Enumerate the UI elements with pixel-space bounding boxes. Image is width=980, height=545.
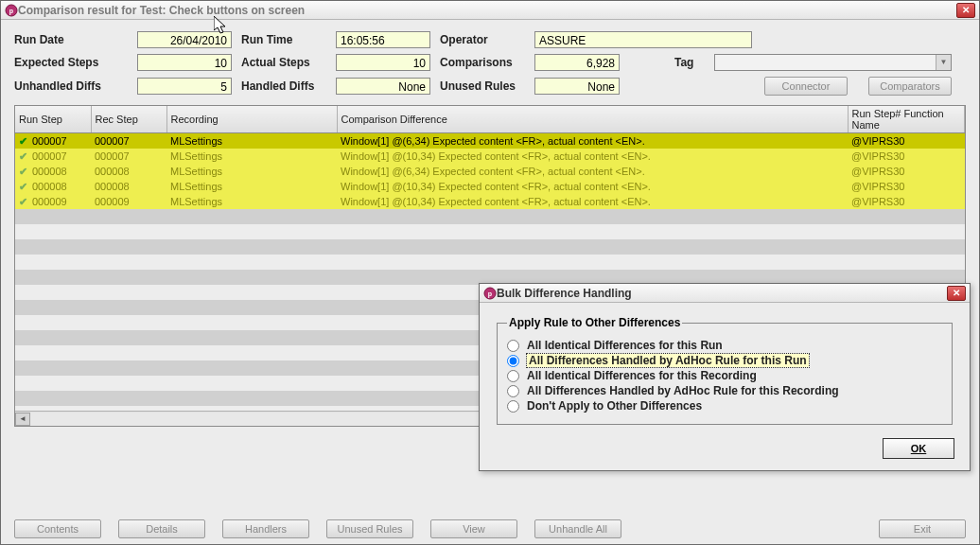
radio-label: All Differences Handled by AdHoc Rule fo…	[527, 354, 809, 367]
col-diff[interactable]: Comparison Difference	[337, 106, 848, 133]
table-row[interactable]: ✔000008000008MLSettingsWindow[1] @(10,34…	[15, 179, 965, 194]
exit-button[interactable]: Exit	[879, 519, 966, 538]
empty-row	[15, 255, 965, 270]
ok-button[interactable]: OK	[883, 438, 954, 459]
connector-button[interactable]: Connector	[764, 77, 848, 96]
bottom-buttonbar: Contents Details Handlers Unused Rules V…	[1, 519, 979, 538]
comparison-result-window: p Comparison result for Test: Check butt…	[0, 0, 980, 545]
run-date-label: Run Date	[14, 33, 137, 46]
empty-row	[15, 209, 965, 224]
handled-diffs-label: Handled Diffs	[232, 79, 336, 93]
table-row[interactable]: ✔000007000007MLSettingsWindow[1] @(10,34…	[15, 149, 965, 164]
table-row[interactable]: ✔000008000008MLSettingsWindow[1] @(6,34)…	[15, 164, 965, 179]
dialog-titlebar: p Bulk Difference Handling ✕	[480, 284, 970, 303]
radio-adhoc-run[interactable]: All Differences Handled by AdHoc Rule fo…	[507, 354, 942, 367]
unhandled-diffs-label: Unhandled Diffs	[14, 79, 137, 93]
check-icon: ✔	[19, 180, 30, 193]
expected-steps-value: 10	[137, 54, 232, 71]
tag-combo[interactable]: ▼	[714, 54, 952, 71]
unused-rules-label: Unused Rules	[430, 79, 534, 93]
unused-rules-button[interactable]: Unused Rules	[326, 519, 413, 538]
bulk-diff-dialog[interactable]: p Bulk Difference Handling ✕ Apply Rule …	[479, 283, 971, 471]
unhandled-diffs-value: 5	[137, 78, 232, 95]
operator-value: ASSURE	[534, 31, 752, 48]
comparisons-value: 6,928	[534, 54, 620, 71]
check-icon: ✔	[19, 165, 30, 178]
chevron-down-icon[interactable]: ▼	[936, 55, 951, 70]
empty-row	[15, 224, 965, 239]
check-icon: ✔	[19, 149, 30, 163]
operator-label: Operator	[430, 33, 534, 46]
handlers-button[interactable]: Handlers	[222, 519, 309, 538]
run-date-value: 26/04/2010	[137, 31, 232, 48]
actual-steps-label: Actual Steps	[232, 56, 336, 69]
view-button[interactable]: View	[430, 519, 517, 538]
radio-label: All Identical Differences for this Recor…	[527, 369, 757, 382]
contents-button[interactable]: Contents	[14, 519, 101, 538]
actual-steps-value: 10	[336, 54, 430, 71]
comparators-button[interactable]: Comparators	[868, 77, 952, 96]
radio-adhoc-recording[interactable]: All Differences Handled by AdHoc Rule fo…	[507, 384, 942, 397]
svg-text:p: p	[9, 8, 13, 15]
window-titlebar: p Comparison result for Test: Check butt…	[1, 1, 979, 20]
check-icon: ✔	[19, 134, 30, 148]
expected-steps-label: Expected Steps	[14, 56, 137, 69]
radio-label: Don't Apply to Other Differences	[527, 399, 702, 413]
radio-label: All Identical Differences for this Run	[527, 339, 723, 352]
dialog-title: Bulk Difference Handling	[497, 287, 632, 300]
dialog-app-icon: p	[483, 287, 497, 300]
col-func[interactable]: Run Step# Function Name	[848, 106, 965, 133]
col-recording[interactable]: Recording	[166, 106, 337, 133]
table-row[interactable]: ✔000009000009MLSettingsWindow[1] @(10,34…	[15, 194, 965, 209]
empty-row	[15, 239, 965, 255]
comparisons-label: Comparisons	[430, 56, 534, 69]
apply-rule-fieldset: Apply Rule to Other Differences All Iden…	[497, 316, 953, 425]
run-time-value: 16:05:56	[336, 31, 430, 48]
check-icon: ✔	[19, 195, 30, 208]
run-time-label: Run Time	[232, 33, 336, 46]
unused-rules-value: None	[534, 78, 620, 95]
radio-dont-apply[interactable]: Don't Apply to Other Differences	[507, 399, 942, 413]
table-header-row: Run Step Rec Step Recording Comparison D…	[15, 106, 965, 133]
fieldset-legend: Apply Rule to Other Differences	[507, 316, 682, 329]
col-run-step[interactable]: Run Step	[15, 106, 91, 133]
svg-text:p: p	[488, 290, 492, 298]
table-row[interactable]: ✔000007000007MLSettingsWindow[1] @(6,34)…	[15, 133, 965, 149]
close-icon[interactable]: ✕	[956, 3, 975, 18]
scroll-left-icon[interactable]: ◄	[15, 413, 30, 426]
app-icon: p	[5, 4, 18, 17]
col-rec-step[interactable]: Rec Step	[91, 106, 166, 133]
details-button[interactable]: Details	[118, 519, 205, 538]
radio-identical-run[interactable]: All Identical Differences for this Run	[507, 339, 942, 352]
radio-label: All Differences Handled by AdHoc Rule fo…	[527, 384, 839, 397]
radio-identical-recording[interactable]: All Identical Differences for this Recor…	[507, 369, 942, 382]
tag-label: Tag	[657, 56, 714, 69]
unhandle-all-button[interactable]: Unhandle All	[534, 519, 621, 538]
window-title: Comparison result for Test: Check button…	[18, 4, 305, 17]
handled-diffs-value: None	[336, 78, 430, 95]
dialog-body: Apply Rule to Other Differences All Iden…	[480, 303, 970, 470]
dialog-close-icon[interactable]: ✕	[947, 286, 966, 301]
